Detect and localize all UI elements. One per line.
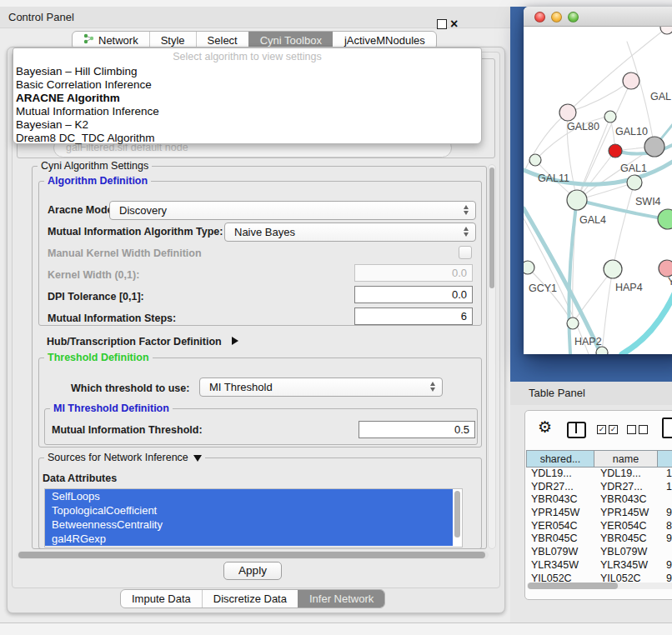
- algorithm-option-dream8-dc-tdc-algorithm[interactable]: Dream8 DC_TDC Algorithm: [13, 132, 481, 145]
- algorithm-dropdown-list: Select algorithm to view settings Bayesi…: [13, 48, 482, 144]
- table-cell: 13: [658, 468, 672, 481]
- float-panel-icon[interactable]: [437, 19, 447, 29]
- table-row[interactable]: YBL079WYBL079W: [526, 546, 672, 559]
- network-node[interactable]: [529, 154, 541, 166]
- network-window-titlebar[interactable]: [524, 7, 672, 27]
- window-minimize-button[interactable]: [551, 12, 562, 22]
- scrollbar-thumb[interactable]: [489, 168, 494, 288]
- apply-button[interactable]: Apply: [223, 562, 282, 580]
- network-node[interactable]: [559, 104, 576, 121]
- page-icon[interactable]: [662, 418, 672, 438]
- kernel-width-input[interactable]: [354, 264, 473, 282]
- scrollbar-thumb[interactable]: [18, 552, 485, 558]
- attribute-item-selfloops[interactable]: SelfLoops: [45, 489, 453, 503]
- screen: Control Panel × NetworkStyleSelectCyni T…: [0, 0, 672, 635]
- hub-definition-expander[interactable]: Hub/Transcription Factor Definition: [47, 333, 238, 348]
- mi-threshold-input[interactable]: [359, 421, 475, 438]
- network-node[interactable]: [596, 347, 608, 354]
- network-edge: [568, 81, 631, 112]
- column-header-name[interactable]: name: [594, 450, 658, 468]
- list-vertical-scrollbar[interactable]: [453, 489, 462, 547]
- node-label-hap2: HAP2: [574, 336, 602, 348]
- select-all-checkbox-icon[interactable]: ✓: [597, 425, 606, 434]
- table-row[interactable]: YDL19...YDL19...13: [526, 468, 672, 481]
- tab-discretize-data[interactable]: Discretize Data: [202, 590, 298, 608]
- node-label-gcy1: GCY1: [529, 282, 557, 294]
- network-node[interactable]: [524, 261, 534, 274]
- mi-steps-label: Mutual Information Steps:: [48, 312, 176, 324]
- algorithm-option-bayesian-k2[interactable]: Bayesian – K2: [13, 118, 481, 132]
- gear-icon[interactable]: ⚙: [538, 419, 552, 435]
- algorithm-option-aracne-algorithm[interactable]: ARACNE Algorithm: [13, 92, 481, 105]
- network-node[interactable]: [623, 72, 639, 89]
- table-cell: YBL079W: [526, 546, 594, 559]
- table-row[interactable]: YER054CYER054C8.: [526, 520, 672, 533]
- column-header-shared[interactable]: shared...: [526, 450, 594, 468]
- deselect-all-checkbox-icon[interactable]: [627, 425, 636, 434]
- window-zoom-button[interactable]: [568, 12, 579, 22]
- network-node[interactable]: [567, 190, 587, 210]
- algorithm-option-basic-correlation-inference[interactable]: Basic Correlation Inference: [13, 78, 481, 92]
- deselect-all-checkbox-icon[interactable]: [639, 425, 648, 434]
- manual-kernel-width-checkbox[interactable]: [459, 246, 472, 259]
- network-node[interactable]: [604, 111, 616, 122]
- network-node[interactable]: [659, 260, 672, 277]
- select-all-checkbox-icon[interactable]: ✓: [609, 425, 618, 434]
- attribute-item-topologicalcoefficient[interactable]: TopologicalCoefficient: [45, 503, 453, 518]
- table-cell: 9: [658, 572, 672, 584]
- scrollbar-thumb[interactable]: [528, 582, 618, 589]
- mi-steps-input[interactable]: [354, 308, 473, 325]
- table-row[interactable]: YIL052CYIL052C9: [526, 572, 672, 584]
- network-edge: [573, 269, 613, 323]
- table-panel-title: Table Panel: [510, 382, 672, 405]
- table-cell: YLR345W: [526, 559, 594, 572]
- mi-threshold-definition-group: MI Threshold Definition Mutual Informati…: [44, 408, 478, 445]
- network-canvas[interactable]: GALGAL80GAL10GAL1GAL11SWI4GAL4GCY1HAP4YH…: [524, 27, 672, 354]
- column-header-third[interactable]: [658, 450, 672, 468]
- mi-threshold-label: Mutual Information Threshold:: [52, 424, 203, 436]
- table-cell: 9.: [658, 532, 672, 546]
- window-close-button[interactable]: [534, 12, 545, 22]
- table-row[interactable]: YPR145WYPR145W9.: [526, 507, 672, 520]
- table-cell: 9.: [658, 507, 672, 520]
- algorithm-option-mutual-information-inference[interactable]: Mutual Information Inference: [13, 105, 481, 118]
- algorithm-dropdown-placeholder: Select algorithm to view settings: [13, 50, 481, 64]
- split-view-icon[interactable]: [567, 422, 586, 438]
- tab-impute-data[interactable]: Impute Data: [121, 590, 202, 608]
- data-attributes-list: SelfLoopsTopologicalCoefficientBetweenne…: [44, 488, 463, 548]
- aracne-mode-value: Discovery: [119, 204, 167, 217]
- network-node[interactable]: [627, 175, 642, 190]
- mi-algorithm-type-select[interactable]: Naive Bayes: [224, 222, 476, 242]
- network-node[interactable]: [660, 27, 672, 34]
- attribute-item-gal4rgexp[interactable]: gal4RGexp: [45, 532, 453, 546]
- network-node[interactable]: [609, 144, 622, 158]
- network-node[interactable]: [567, 318, 579, 329]
- algorithm-option-bayesian-hill-climbing[interactable]: Bayesian – Hill Climbing: [13, 65, 481, 78]
- settings-horizontal-scrollbar[interactable]: [17, 551, 489, 559]
- sources-group-title[interactable]: Sources for Network Inference: [44, 452, 205, 463]
- dpi-tolerance-input[interactable]: [354, 286, 473, 303]
- aracne-mode-select[interactable]: Discovery: [109, 201, 476, 220]
- table-row[interactable]: YBR043CYBR043C: [526, 493, 672, 507]
- settings-vertical-scrollbar[interactable]: [488, 164, 496, 549]
- network-node[interactable]: [644, 137, 664, 157]
- attribute-item-betweennesscentrality[interactable]: BetweennessCentrality: [45, 518, 453, 532]
- manual-kernel-width-label: Manual Kernel Width Definition: [48, 248, 202, 259]
- network-node[interactable]: [604, 260, 622, 278]
- network-node[interactable]: [658, 209, 672, 229]
- table-cell: YBR043C: [594, 493, 658, 507]
- table-cell: [658, 546, 666, 559]
- close-icon[interactable]: ×: [450, 16, 458, 32]
- table-cell: YBR045C: [526, 532, 594, 546]
- node-label-gal10: GAL10: [615, 126, 648, 138]
- table-cell: YDL19...: [526, 468, 594, 481]
- table-horizontal-scrollbar[interactable]: [527, 582, 672, 589]
- scrollbar-thumb[interactable]: [454, 491, 460, 538]
- table-row[interactable]: YBR045CYBR045C9.: [526, 532, 672, 546]
- data-attributes-label: Data Attributes: [43, 472, 117, 484]
- node-label-gal11: GAL11: [538, 172, 569, 184]
- tab-infer-network[interactable]: Infer Network: [298, 590, 384, 608]
- table-row[interactable]: YLR345WYLR345W9.: [526, 559, 672, 572]
- which-threshold-select[interactable]: MI Threshold: [199, 378, 443, 397]
- table-row[interactable]: YDR27...YDR27...12: [526, 481, 672, 494]
